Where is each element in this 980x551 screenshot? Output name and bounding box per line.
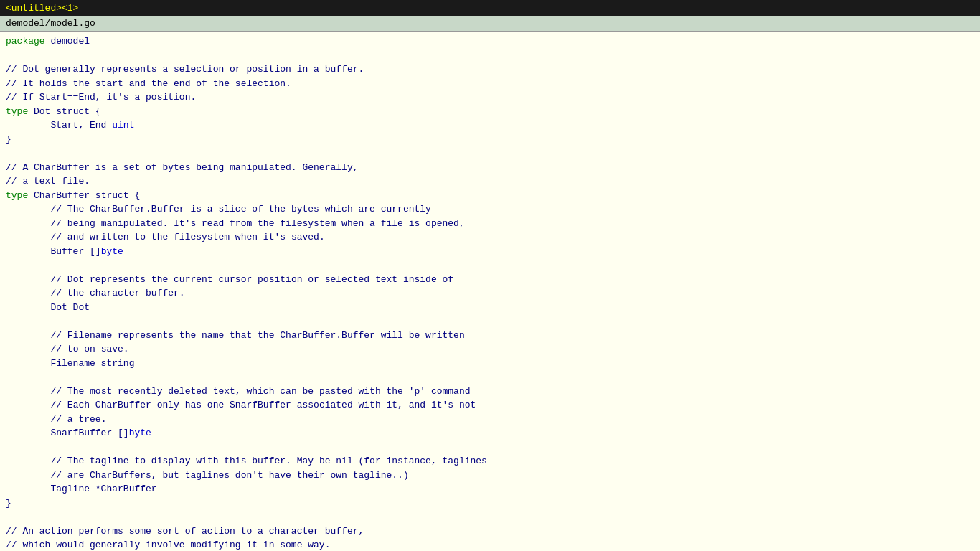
file-tab[interactable]: demodel/model.go: [0, 16, 980, 32]
title-label: <untitled><1>: [6, 3, 78, 14]
title-bar: <untitled><1>: [0, 0, 980, 16]
code-area[interactable]: package demodel // Dot generally represe…: [0, 32, 980, 551]
file-tab-label: demodel/model.go: [6, 18, 95, 29]
